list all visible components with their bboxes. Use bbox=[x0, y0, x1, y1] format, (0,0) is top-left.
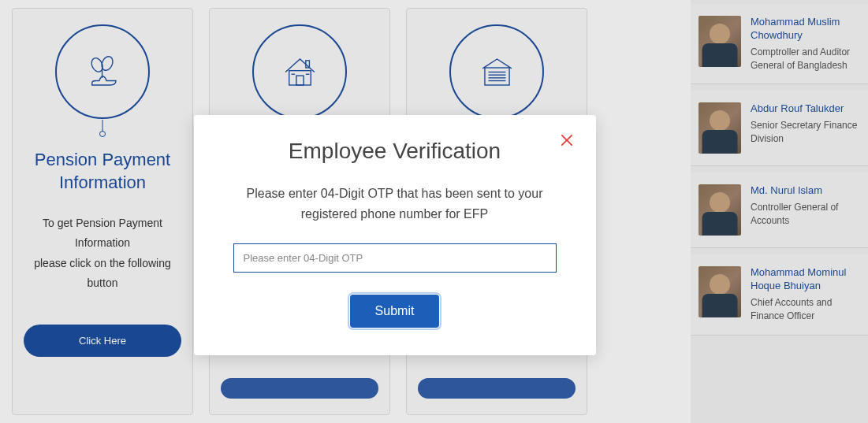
verification-modal: Employee Verification Please enter 04-Di… bbox=[194, 115, 596, 355]
garage-icon-circle bbox=[449, 24, 544, 119]
person-card[interactable]: Mohammad Muslim Chowdhury Comptroller an… bbox=[691, 4, 868, 84]
person-card[interactable]: Abdur Rouf Talukder Senior Secretary Fin… bbox=[691, 91, 868, 166]
modal-title: Employee Verification bbox=[233, 139, 557, 164]
avatar bbox=[698, 102, 741, 154]
svg-rect-3 bbox=[289, 70, 311, 84]
house-icon bbox=[278, 50, 322, 94]
person-title: Senior Secretary Finance Division bbox=[751, 119, 860, 146]
person-title: Chief Accounts and Finance Officer bbox=[751, 296, 860, 323]
connector bbox=[99, 131, 106, 137]
avatar bbox=[698, 184, 741, 236]
garage-icon bbox=[475, 50, 519, 94]
click-here-button[interactable]: Click Here bbox=[24, 325, 181, 357]
avatar bbox=[698, 266, 741, 317]
person-title: Comptroller and Auditor General of Bangl… bbox=[751, 46, 860, 72]
person-name: Md. Nurul Islam bbox=[751, 184, 860, 198]
close-icon[interactable] bbox=[557, 131, 576, 150]
person-name: Mohammad Mominul Hoque Bhuiyan bbox=[751, 266, 860, 293]
card-description: To get Pension Payment Information pleas… bbox=[24, 213, 181, 293]
avatar bbox=[698, 16, 741, 67]
house-icon-circle bbox=[252, 24, 347, 119]
svg-rect-4 bbox=[296, 76, 303, 85]
person-name: Mohammad Muslim Chowdhury bbox=[751, 16, 860, 43]
modal-text: Please enter 04-Digit OTP that has been … bbox=[233, 184, 557, 224]
pension-card: Pension Payment Information To get Pensi… bbox=[12, 8, 193, 415]
person-card[interactable]: Md. Nurul Islam Controller General of Ac… bbox=[691, 173, 868, 248]
person-title: Controller General of Accounts bbox=[751, 201, 860, 228]
person-card[interactable]: Mohammad Mominul Hoque Bhuiyan Chief Acc… bbox=[691, 254, 868, 335]
card-title: Pension Payment Information bbox=[24, 149, 181, 194]
otp-input[interactable] bbox=[233, 243, 557, 273]
submit-button[interactable]: Submit bbox=[350, 295, 440, 328]
click-here-button-2[interactable] bbox=[221, 378, 378, 399]
plant-hand-icon bbox=[81, 50, 125, 94]
click-here-button-3[interactable] bbox=[418, 378, 576, 399]
pension-icon-circle bbox=[55, 24, 150, 119]
person-name: Abdur Rouf Talukder bbox=[751, 102, 860, 116]
sidebar: Mohammad Muslim Chowdhury Comptroller an… bbox=[691, 0, 868, 423]
svg-rect-8 bbox=[484, 68, 509, 85]
